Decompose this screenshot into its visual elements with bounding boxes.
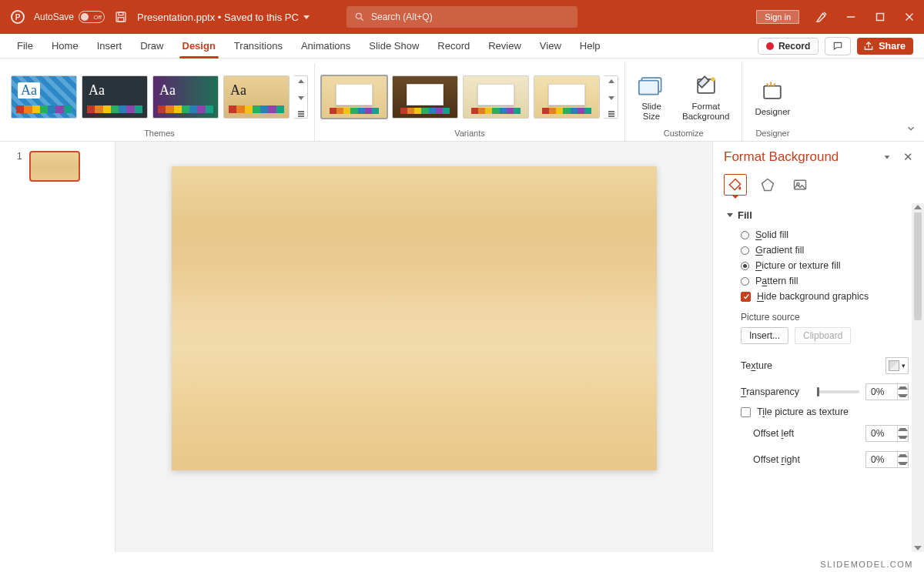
checkbox-icon [741, 407, 751, 417]
slide-thumbnail[interactable] [29, 151, 80, 182]
fill-option-picture[interactable]: Picture or texture fill [727, 258, 909, 273]
coming-soon-icon[interactable] [815, 10, 829, 24]
radio-icon [741, 231, 749, 239]
insert-button[interactable]: Insert... [741, 327, 788, 344]
ribbon-tab-list: File Home Insert Draw Design Transitions… [8, 34, 610, 58]
offset-right-input[interactable]: 0% [865, 451, 909, 468]
ribbon-group-variants: Variants [315, 63, 625, 141]
texture-picker[interactable]: ▾ [886, 357, 909, 374]
variant-gallery-more[interactable] [604, 75, 618, 119]
slide-thumbnail-list[interactable]: 1 [0, 142, 116, 552]
tab-animations[interactable]: Animations [292, 34, 360, 58]
scroll-down-icon[interactable] [914, 546, 922, 550]
clipboard-button: Clipboard [795, 327, 851, 344]
close-icon[interactable] [902, 10, 916, 24]
record-button[interactable]: Record [758, 38, 819, 55]
pane-title: Format Background [724, 149, 839, 165]
scroll-up-icon[interactable] [914, 205, 922, 209]
record-dot-icon [766, 42, 774, 50]
fill-option-gradient[interactable]: Gradient fill [727, 243, 909, 258]
variant-gallery[interactable] [321, 75, 618, 119]
autosave-toggle[interactable]: Off [79, 11, 105, 23]
tab-design[interactable]: Design [173, 34, 225, 58]
slide-canvas[interactable] [172, 166, 657, 470]
tab-transitions[interactable]: Transitions [225, 34, 292, 58]
slide-size-button[interactable]: Slide Size [631, 71, 671, 122]
svg-rect-10 [639, 81, 658, 95]
share-button[interactable]: Share [857, 38, 913, 55]
variant-thumb[interactable] [463, 75, 529, 119]
autosave-label: AutoSave [34, 12, 74, 22]
pane-tab-effects[interactable] [756, 174, 779, 196]
pentagon-icon [760, 177, 775, 192]
transparency-input[interactable]: 0% [865, 383, 909, 400]
minimize-icon[interactable] [844, 10, 858, 24]
variant-thumb[interactable] [534, 75, 600, 119]
workspace: 1 Format Background ✕ Fill [0, 142, 924, 552]
theme-thumb[interactable]: Aa [223, 75, 290, 119]
offset-left-input[interactable]: 0% [865, 425, 909, 442]
pane-content: Fill Solid fill Gradient fill Picture or… [713, 203, 924, 480]
variant-thumb[interactable] [321, 75, 387, 119]
offset-right-row: Offset right 0% [727, 446, 909, 472]
tile-checkbox[interactable]: Tile picture as texture [727, 404, 909, 420]
pane-header: Format Background ✕ [713, 142, 924, 169]
ribbon-tab-extras: Record Share [758, 37, 916, 55]
ribbon-collapse-button[interactable] [906, 123, 916, 136]
tab-home[interactable]: Home [42, 34, 88, 58]
titlebar-left: P AutoSave Off Presentation.pptx • Saved… [11, 10, 310, 24]
pane-tab-picture[interactable] [788, 174, 812, 196]
hide-bg-checkbox[interactable]: Hide background graphics [727, 289, 909, 304]
scroll-thumb[interactable] [914, 212, 922, 320]
svg-marker-15 [762, 179, 774, 191]
share-icon [863, 41, 874, 52]
offset-left-row: Offset left 0% [727, 420, 909, 446]
theme-thumb[interactable]: Aa [11, 75, 77, 119]
picture-source-label: Picture source [727, 304, 909, 326]
comments-button[interactable] [825, 37, 851, 55]
search-input[interactable]: Search (Alt+Q) [346, 6, 578, 28]
tab-view[interactable]: View [531, 34, 571, 58]
format-background-button[interactable]: Format Background [676, 71, 735, 122]
pane-tabs [713, 169, 924, 203]
tab-record[interactable]: Record [428, 34, 479, 58]
svg-marker-14 [885, 156, 890, 159]
pane-close-button[interactable]: ✕ [903, 150, 913, 164]
tab-draw[interactable]: Draw [131, 34, 172, 58]
theme-thumb[interactable]: Aa [152, 75, 219, 119]
slide-canvas-area[interactable] [116, 142, 712, 552]
pane-menu-icon[interactable] [883, 153, 891, 161]
fill-option-solid[interactable]: Solid fill [727, 227, 909, 243]
tab-slideshow[interactable]: Slide Show [360, 34, 428, 58]
file-title[interactable]: Presentation.pptx • Saved to this PC [137, 12, 310, 23]
transparency-slider[interactable] [817, 390, 859, 393]
svg-line-4 [361, 18, 363, 21]
format-background-pane: Format Background ✕ Fill Solid fill Grad… [712, 142, 924, 552]
designer-button[interactable]: Designer [748, 76, 796, 118]
theme-thumb[interactable]: Aa [82, 75, 148, 119]
search-icon [354, 12, 365, 22]
variant-thumb[interactable] [392, 75, 458, 119]
maximize-icon[interactable] [873, 10, 887, 24]
svg-rect-6 [877, 14, 884, 21]
pane-scrollbar[interactable] [912, 203, 924, 552]
ribbon-group-customize: Slide Size Format Background Customize [625, 63, 742, 141]
fill-section-toggle[interactable]: Fill [727, 206, 909, 227]
tab-insert[interactable]: Insert [88, 34, 132, 58]
fill-option-pattern[interactable]: Pattern fill [727, 273, 909, 289]
pane-tab-fill[interactable] [724, 174, 747, 196]
ribbon-group-designer: Designer Designer [742, 63, 802, 141]
tab-review[interactable]: Review [479, 34, 531, 58]
titlebar: P AutoSave Off Presentation.pptx • Saved… [0, 0, 924, 34]
save-icon[interactable] [114, 10, 128, 24]
tab-file[interactable]: File [8, 34, 42, 58]
tab-help[interactable]: Help [571, 34, 610, 58]
theme-gallery-more[interactable] [294, 75, 308, 119]
offset-left-label: Offset left [753, 428, 794, 439]
svg-rect-1 [119, 12, 123, 15]
autosave[interactable]: AutoSave Off [34, 11, 105, 23]
theme-gallery[interactable]: Aa Aa Aa Aa [11, 75, 308, 119]
signin-button[interactable]: Sign in [756, 10, 799, 24]
comment-icon [832, 41, 844, 52]
svg-point-12 [711, 77, 715, 81]
